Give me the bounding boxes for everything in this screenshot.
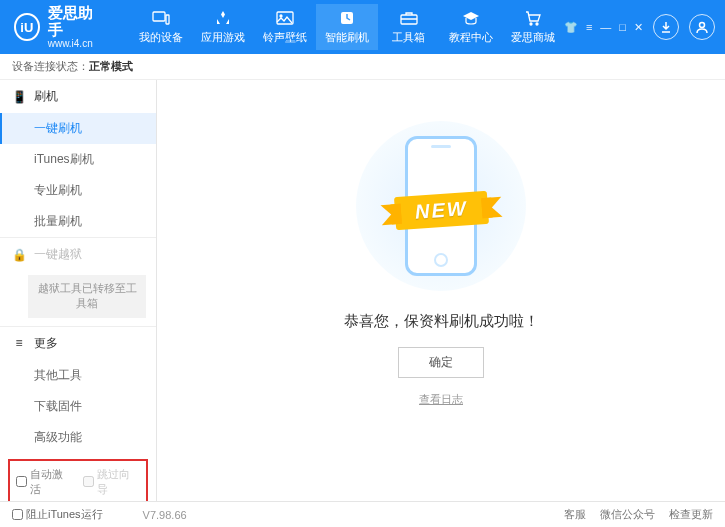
view-log-link[interactable]: 查看日志 <box>419 392 463 407</box>
group-label: 一键越狱 <box>34 246 82 263</box>
app-url: www.i4.cn <box>48 38 102 49</box>
phone-icon: 📱 <box>12 90 26 104</box>
titlebar: iU 爱思助手 www.i4.cn 我的设备 应用游戏 铃声壁纸 智能刷机 工具… <box>0 0 725 54</box>
nav-label: 爱思商城 <box>511 30 555 45</box>
sidebar-item-itunes[interactable]: iTunes刷机 <box>0 144 156 175</box>
sidebar-group-flash[interactable]: 📱刷机 <box>0 80 156 113</box>
success-message: 恭喜您，保资料刷机成功啦！ <box>344 312 539 331</box>
footer-update[interactable]: 检查更新 <box>669 507 713 522</box>
maximize-icon[interactable]: □ <box>619 21 626 34</box>
nav-label: 应用游戏 <box>201 30 245 45</box>
close-icon[interactable]: ✕ <box>634 21 643 34</box>
download-button[interactable] <box>653 14 679 40</box>
sidebar-item-advanced[interactable]: 高级功能 <box>0 422 156 453</box>
graduation-icon <box>461 9 481 27</box>
logo: iU 爱思助手 www.i4.cn <box>14 5 102 49</box>
nav-label: 工具箱 <box>392 30 425 45</box>
connection-status: 设备连接状态： 正常模式 <box>0 54 725 80</box>
svg-point-6 <box>530 23 532 25</box>
svg-point-3 <box>280 15 282 17</box>
sidebar-item-pro[interactable]: 专业刷机 <box>0 175 156 206</box>
minimize-icon[interactable]: — <box>600 21 611 34</box>
sidebar-group-more[interactable]: ≡更多 <box>0 327 156 360</box>
ok-button[interactable]: 确定 <box>398 347 484 378</box>
block-itunes-checkbox[interactable]: 阻止iTunes运行 <box>12 507 103 522</box>
nav-label: 教程中心 <box>449 30 493 45</box>
sidebar: 📱刷机 一键刷机 iTunes刷机 专业刷机 批量刷机 🔒一键越狱 越狱工具已转… <box>0 80 157 501</box>
nav-label: 我的设备 <box>139 30 183 45</box>
sidebar-item-batch[interactable]: 批量刷机 <box>0 206 156 237</box>
status-label: 设备连接状态： <box>12 59 89 74</box>
sidebar-item-other[interactable]: 其他工具 <box>0 360 156 391</box>
logo-icon: iU <box>14 13 40 41</box>
svg-point-7 <box>536 23 538 25</box>
sidebar-group-jailbreak: 🔒一键越狱 <box>0 238 156 271</box>
lock-icon: 🔒 <box>12 248 26 262</box>
nav-flash[interactable]: 智能刷机 <box>316 4 378 50</box>
options-row: 自动激活 跳过向导 <box>8 459 148 501</box>
nav-tutorials[interactable]: 教程中心 <box>440 4 502 50</box>
flash-icon <box>337 9 357 27</box>
device-icon <box>151 9 171 27</box>
apps-icon <box>213 9 233 27</box>
menu-icon[interactable]: ≡ <box>586 21 592 34</box>
nav-ringtones[interactable]: 铃声壁纸 <box>254 4 316 50</box>
auto-activate-checkbox[interactable]: 自动激活 <box>16 467 73 497</box>
cart-icon <box>523 9 543 27</box>
toolbox-icon <box>399 9 419 27</box>
window-controls: 👕 ≡ — □ ✕ <box>564 21 643 34</box>
user-button[interactable] <box>689 14 715 40</box>
image-icon <box>275 9 295 27</box>
svg-rect-0 <box>153 12 165 21</box>
sidebar-item-download[interactable]: 下载固件 <box>0 391 156 422</box>
list-icon: ≡ <box>12 336 26 350</box>
skip-guide-checkbox[interactable]: 跳过向导 <box>83 467 140 497</box>
svg-point-8 <box>700 23 705 28</box>
group-label: 更多 <box>34 335 58 352</box>
main-panel: NEW 恭喜您，保资料刷机成功啦！ 确定 查看日志 <box>157 80 725 501</box>
skin-icon[interactable]: 👕 <box>564 21 578 34</box>
nav-apps[interactable]: 应用游戏 <box>192 4 254 50</box>
app-name: 爱思助手 <box>48 5 102 38</box>
svg-rect-1 <box>166 15 169 24</box>
success-illustration: NEW <box>351 116 531 296</box>
group-label: 刷机 <box>34 88 58 105</box>
nav-label: 智能刷机 <box>325 30 369 45</box>
jailbreak-note: 越狱工具已转移至工具箱 <box>28 275 146 318</box>
nav-store[interactable]: 爱思商城 <box>502 4 564 50</box>
top-nav: 我的设备 应用游戏 铃声壁纸 智能刷机 工具箱 教程中心 爱思商城 <box>130 4 564 50</box>
footer-wechat[interactable]: 微信公众号 <box>600 507 655 522</box>
sidebar-item-oneclick[interactable]: 一键刷机 <box>0 113 156 144</box>
nav-toolbox[interactable]: 工具箱 <box>378 4 440 50</box>
nav-label: 铃声壁纸 <box>263 30 307 45</box>
footer: 阻止iTunes运行 V7.98.66 客服 微信公众号 检查更新 <box>0 501 725 527</box>
status-value: 正常模式 <box>89 59 133 74</box>
footer-support[interactable]: 客服 <box>564 507 586 522</box>
nav-my-device[interactable]: 我的设备 <box>130 4 192 50</box>
new-ribbon: NEW <box>394 191 489 230</box>
version: V7.98.66 <box>143 509 187 521</box>
